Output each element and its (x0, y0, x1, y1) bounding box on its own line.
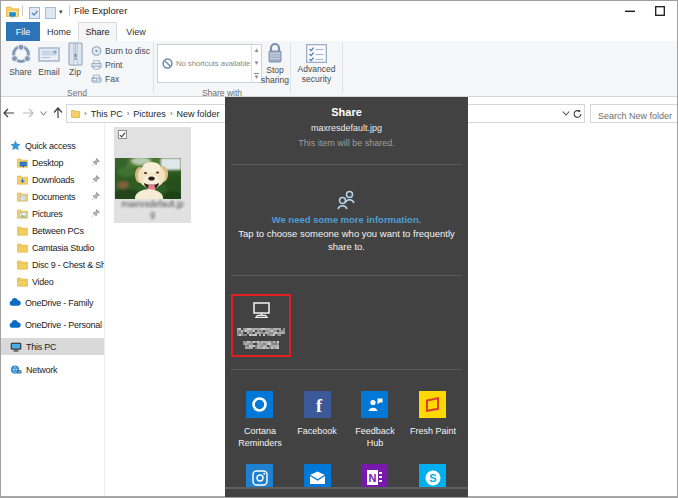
advanced-security-button[interactable]: Advancedsecurity (293, 42, 340, 84)
svg-text:f: f (316, 396, 323, 416)
app-tile-onenote[interactable]: N (361, 464, 388, 487)
group-divider (153, 43, 154, 93)
breadcrumb-new-folder[interactable]: New folder (177, 109, 220, 119)
share-panel-title: Share (225, 106, 468, 118)
sidebar-item-desktop[interactable]: Desktop (1, 154, 104, 171)
divider (231, 275, 462, 276)
sidebar-item-camtasia-studio[interactable]: Camtasia Studio (1, 239, 104, 256)
back-arrow-icon (3, 108, 15, 118)
gallery-up-icon[interactable]: ▲ (254, 47, 260, 53)
breadcrumb-this-pc[interactable]: This PC (91, 109, 123, 119)
censored-device-status (243, 335, 299, 353)
app-tile-mail[interactable] (304, 464, 331, 487)
address-dropdown-button[interactable] (562, 105, 570, 122)
ribbon-tabs: File Home Share View (1, 21, 677, 41)
people-icon (336, 189, 357, 214)
downloads-folder-icon (17, 175, 28, 185)
minimize-button[interactable] (615, 1, 645, 21)
sidebar-item-disc-9[interactable]: Disc 9 - Chest & Sho (1, 256, 104, 273)
navigation-pane-divider (104, 123, 105, 496)
divider (231, 369, 462, 370)
zip-button[interactable]: Zip (63, 42, 87, 78)
computer-icon (10, 342, 22, 352)
pin-icon (92, 175, 100, 185)
folder-icon (17, 243, 28, 253)
fax-button[interactable]: Fax (91, 72, 119, 86)
print-button[interactable]: Print (91, 58, 122, 72)
share-button[interactable]: Share (3, 42, 38, 78)
stop-sharing-button[interactable]: Stopsharing (260, 42, 290, 85)
gallery-more-icon[interactable]: ▼ (254, 73, 260, 80)
pin-icon (92, 192, 100, 202)
svg-text:N: N (369, 472, 377, 484)
sidebar-item-this-pc[interactable]: This PC (1, 338, 104, 355)
app-grid-row2: N S (225, 464, 468, 487)
app-label-feedback-hub: Feedback Hub (346, 425, 404, 449)
sidebar-item-onedrive-personal[interactable]: OneDrive - Personal (1, 316, 104, 333)
breadcrumb-chevron: › (123, 109, 134, 118)
svg-text:S: S (429, 472, 436, 484)
title-bar: ▾ File Explorer (1, 1, 677, 21)
computer-monitor-icon (253, 302, 270, 324)
instagram-icon (252, 470, 268, 486)
no-shortcuts-icon (162, 58, 173, 69)
group-divider (342, 43, 343, 93)
onedrive-cloud-icon (9, 298, 21, 307)
check-icon (119, 131, 126, 139)
sidebar-item-video[interactable]: Video (1, 273, 104, 290)
sidebar-item-pictures[interactable]: Pictures (1, 205, 104, 222)
share-with-gallery[interactable]: No shortcuts available ▲ ▼ ▼ (157, 44, 262, 83)
skype-icon: S (424, 469, 442, 487)
tab-share[interactable]: Share (78, 22, 117, 41)
pin-icon (92, 209, 100, 219)
maximize-button[interactable] (645, 1, 675, 21)
refresh-button[interactable] (571, 104, 585, 123)
sidebar-item-network[interactable]: Network (1, 361, 104, 378)
address-folder-icon (71, 109, 80, 119)
breadcrumb-pictures[interactable]: Pictures (133, 109, 166, 119)
breadcrumb-chevron: › (80, 109, 91, 118)
gallery-empty-text: No shortcuts available (176, 59, 250, 68)
app-label-fresh-paint: Fresh Paint (404, 425, 462, 437)
gallery-down-icon[interactable]: ▼ (254, 60, 260, 66)
qat-customize-chevron-icon[interactable]: ▾ (59, 8, 63, 15)
file-name-label: maxresdefault.jpg (114, 200, 191, 219)
sidebar-item-quick-access[interactable]: Quick access (1, 137, 104, 154)
share-panel-subtitle: This item will be shared. (225, 138, 468, 148)
disc-icon (91, 46, 102, 56)
documents-folder-icon (17, 192, 28, 202)
file-explorer-icon (6, 4, 19, 22)
app-tile-facebook[interactable]: f (304, 391, 331, 418)
app-tile-cortana-reminders[interactable] (246, 391, 273, 418)
breadcrumb-chevron: › (166, 109, 177, 118)
app-tile-feedback-hub[interactable] (361, 391, 388, 418)
divider (231, 164, 462, 165)
sidebar-item-downloads[interactable]: Downloads (1, 171, 104, 188)
nearby-device-target[interactable] (231, 294, 291, 357)
burn-to-disc-button[interactable]: Burn to disc (91, 44, 150, 58)
up-arrow-icon (53, 107, 63, 119)
security-checklist-icon (306, 44, 327, 63)
window-edge-line (225, 487, 468, 489)
share-info-heading[interactable]: We need some more information. (225, 214, 468, 225)
sidebar-item-between-pcs[interactable]: Between PCs (1, 222, 104, 239)
email-button[interactable]: Email (35, 42, 63, 78)
network-icon (10, 365, 22, 375)
onenote-icon: N (366, 469, 383, 486)
ribbon: Share Email Zip (1, 41, 677, 97)
sidebar-item-documents[interactable]: Documents (1, 188, 104, 205)
folder-icon (17, 277, 28, 287)
tab-view[interactable]: View (117, 22, 155, 41)
file-checkbox[interactable] (118, 130, 127, 139)
tab-file[interactable]: File (6, 22, 40, 41)
sidebar-item-onedrive-family[interactable]: OneDrive - Family (1, 294, 104, 311)
search-box[interactable] (590, 104, 678, 123)
app-tile-fresh-paint[interactable] (419, 391, 446, 418)
separator (22, 5, 23, 16)
file-item-maxresdefault[interactable]: maxresdefault.jpg (114, 127, 191, 223)
app-tile-skype[interactable]: S (419, 464, 446, 487)
tab-home[interactable]: Home (40, 22, 78, 41)
search-input[interactable] (591, 108, 677, 125)
fax-icon (91, 74, 102, 84)
app-tile-instagram[interactable] (246, 464, 273, 487)
